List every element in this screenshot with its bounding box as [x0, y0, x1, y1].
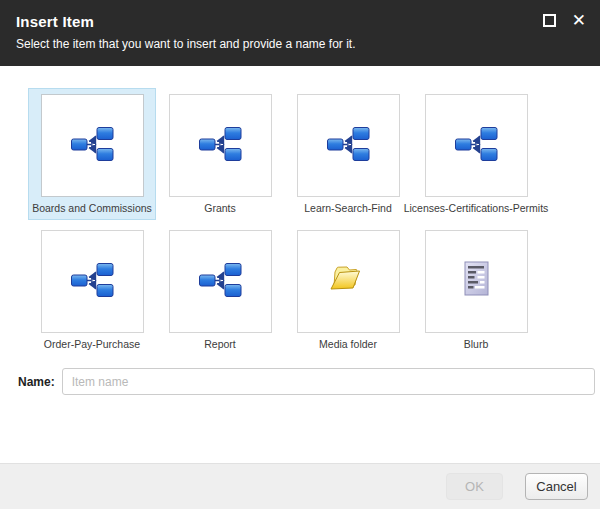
flowchart-icon: [70, 260, 114, 304]
ok-button[interactable]: OK: [446, 473, 503, 500]
dialog-title: Insert Item: [16, 13, 584, 30]
item-tile[interactable]: Licenses-Certifications-Permits: [412, 88, 540, 220]
item-tile[interactable]: Order-Pay-Purchase: [28, 224, 156, 356]
name-label: Name:: [18, 375, 55, 389]
dialog-header: Insert Item Select the item that you wan…: [0, 0, 600, 66]
media-folder-icon: [325, 259, 371, 305]
flowchart-icon: [454, 124, 498, 168]
item-tile[interactable]: Boards and Commissions: [28, 88, 156, 220]
item-tile[interactable]: Media folder: [284, 224, 412, 356]
cancel-button[interactable]: Cancel: [525, 473, 588, 500]
item-tile[interactable]: Grants: [156, 88, 284, 220]
item-tile[interactable]: Blurb: [412, 224, 540, 356]
window-controls: ✕: [543, 13, 586, 28]
item-name-input[interactable]: [62, 368, 595, 395]
flowchart-icon: [198, 260, 242, 304]
flowchart-icon: [70, 124, 114, 168]
blurb-icon: [456, 258, 496, 306]
item-tile[interactable]: Report: [156, 224, 284, 356]
item-tile[interactable]: Learn-Search-Find: [284, 88, 412, 220]
item-tile-label: Blurb: [401, 338, 551, 350]
dialog-footer: OK Cancel: [0, 463, 600, 509]
item-tile-label: Licenses-Certifications-Permits: [401, 202, 551, 214]
name-row: Name:: [18, 368, 600, 395]
flowchart-icon: [198, 124, 242, 168]
insert-item-dialog: Insert Item Select the item that you wan…: [0, 0, 600, 509]
close-icon[interactable]: ✕: [572, 13, 586, 28]
item-tile-grid: Boards and Commissions Grants Learn-Sear…: [28, 88, 548, 356]
maximize-icon[interactable]: [543, 14, 556, 27]
dialog-subtitle: Select the item that you want to insert …: [16, 37, 584, 51]
flowchart-icon: [326, 124, 370, 168]
